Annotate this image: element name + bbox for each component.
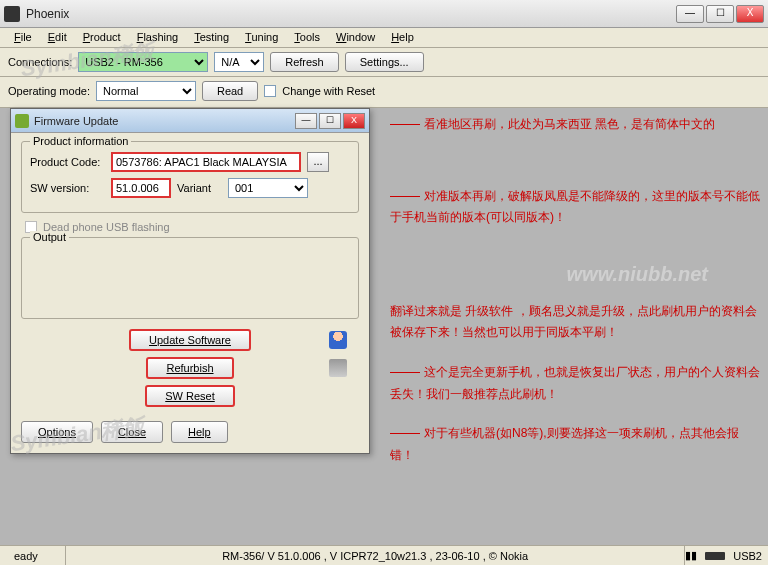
product-info-group: Product information Product Code: ... SW…: [21, 141, 359, 213]
firmware-update-dialog: Firmware Update — ☐ X Product informatio…: [10, 108, 370, 454]
connections-combo[interactable]: USB2 - RM-356: [78, 52, 208, 72]
close-button[interactable]: X: [736, 5, 764, 23]
annotation-1: 看准地区再刷，此处为马来西亚 黑色，是有简体中文的: [390, 114, 760, 136]
titlebar: Phoenix — ☐ X: [0, 0, 768, 28]
refresh-button[interactable]: Refresh: [270, 52, 339, 72]
window-title: Phoenix: [26, 7, 676, 21]
dialog-maximize-button[interactable]: ☐: [319, 113, 341, 129]
maximize-button[interactable]: ☐: [706, 5, 734, 23]
menu-help[interactable]: Help: [383, 28, 422, 47]
status-ready: eady: [6, 546, 66, 565]
status-usb: USB2: [733, 550, 762, 562]
output-legend: Output: [30, 231, 69, 243]
annotations: 看准地区再刷，此处为马来西亚 黑色，是有简体中文的 对准版本再刷，破解版凤凰是不…: [390, 114, 760, 484]
person-icon: [329, 331, 347, 349]
menu-product[interactable]: Product: [75, 28, 129, 47]
sw-version-field[interactable]: [111, 178, 171, 198]
toolbar-row1: Connections: USB2 - RM-356 N/A Refresh S…: [0, 48, 768, 77]
menubar: File Edit Product Flashing Testing Tunin…: [0, 28, 768, 48]
options-button[interactable]: Options: [21, 421, 93, 443]
sw-reset-button[interactable]: SW Reset: [145, 385, 235, 407]
statusbar: eady RM-356/ V 51.0.006 , V ICPR72_10w21…: [0, 545, 768, 565]
sw-version-label: SW version:: [30, 182, 105, 194]
toolbar-row2: Operating mode: Normal Read Change with …: [0, 77, 768, 108]
dialog-close-button[interactable]: X: [343, 113, 365, 129]
watermark-url: www.niubb.net: [567, 263, 708, 286]
browse-button[interactable]: ...: [307, 152, 329, 172]
connections-label: Connections:: [8, 56, 72, 68]
variant-combo[interactable]: 001: [228, 178, 308, 198]
annotation-2: 对准版本再刷，破解版凤凰是不能降级的，这里的版本号不能低于手机当前的版本(可以同…: [390, 186, 760, 229]
annotation-4: 这个是完全更新手机，也就是恢复出厂状态，用户的个人资料会丢失！我们一般推荐点此刷…: [390, 362, 760, 405]
close-dialog-button[interactable]: Close: [101, 421, 163, 443]
menu-flashing[interactable]: Flashing: [129, 28, 187, 47]
menu-file[interactable]: File: [6, 28, 40, 47]
opmode-combo[interactable]: Normal: [96, 81, 196, 101]
update-software-button[interactable]: Update Software: [129, 329, 251, 351]
output-group: Output: [21, 237, 359, 319]
menu-tools[interactable]: Tools: [286, 28, 328, 47]
read-button[interactable]: Read: [202, 81, 258, 101]
minimize-button[interactable]: —: [676, 5, 704, 23]
opmode-label: Operating mode:: [8, 85, 90, 97]
change-reset-checkbox[interactable]: [264, 85, 276, 97]
menu-testing[interactable]: Testing: [186, 28, 237, 47]
dialog-minimize-button[interactable]: —: [295, 113, 317, 129]
product-code-label: Product Code:: [30, 156, 105, 168]
settings-button[interactable]: Settings...: [345, 52, 424, 72]
dead-phone-row: Dead phone USB flashing: [25, 221, 359, 233]
help-button[interactable]: Help: [171, 421, 228, 443]
dialog-titlebar: Firmware Update — ☐ X: [11, 109, 369, 133]
status-info: RM-356/ V 51.0.006 , V ICPR72_10w21.3 , …: [66, 546, 685, 565]
product-info-legend: Product information: [30, 135, 131, 147]
main-window: Phoenix — ☐ X File Edit Product Flashing…: [0, 0, 768, 565]
dialog-icon: [15, 114, 29, 128]
usb-icon: [705, 552, 725, 560]
change-reset-label: Change with Reset: [282, 85, 375, 97]
app-icon: [4, 6, 20, 22]
menu-edit[interactable]: Edit: [40, 28, 75, 47]
annotation-3: 翻译过来就是 升级软件 ，顾名思义就是升级，点此刷机用户的资料会被保存下来！当然…: [390, 301, 760, 344]
dialog-title: Firmware Update: [34, 115, 295, 127]
status-bars-icon: ▮▮: [685, 549, 697, 562]
na-combo[interactable]: N/A: [214, 52, 264, 72]
menu-window[interactable]: Window: [328, 28, 383, 47]
annotation-5: 对于有些机器(如N8等),则要选择这一项来刷机，点其他会报错！: [390, 423, 760, 466]
refurbish-button[interactable]: Refurbish: [146, 357, 233, 379]
product-code-field[interactable]: [111, 152, 301, 172]
main-area: Firmware Update — ☐ X Product informatio…: [0, 108, 768, 565]
menu-tuning[interactable]: Tuning: [237, 28, 286, 47]
device-icon: [329, 359, 347, 377]
variant-label: Variant: [177, 182, 222, 194]
